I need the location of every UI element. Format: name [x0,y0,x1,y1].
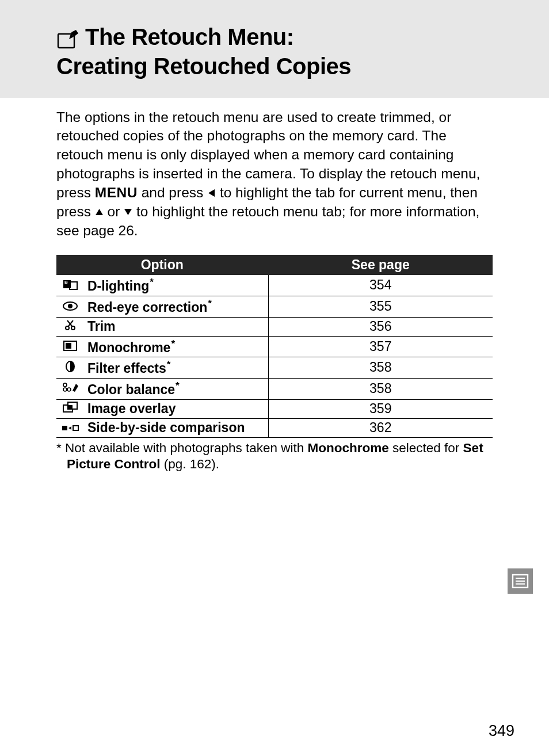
compare-icon [62,420,79,435]
row-label: Color balance [87,382,175,397]
footnote-prefix: * Not available with photographs taken w… [56,441,308,455]
asterisk: * [176,380,180,391]
row-page: 358 [268,357,493,379]
footnote-mid: selected for [389,441,463,455]
svg-point-8 [68,304,73,308]
page: The Retouch Menu: Creating Retouched Cop… [0,0,549,756]
row-label: Filter effects [87,361,166,376]
svg-text:B: B [64,280,68,285]
retouch-icon [56,24,79,52]
monochrome-icon [63,339,77,354]
d-lighting-icon: B [63,278,78,293]
page-number: 349 [489,722,514,740]
svg-marker-24 [68,426,71,430]
asterisk: * [171,338,175,349]
left-arrow-icon [207,184,216,203]
side-tab-badge [508,568,533,594]
svg-point-17 [63,388,67,391]
up-arrow-icon [95,203,104,222]
heading-line2: Creating Retouched Copies [56,54,351,79]
svg-point-16 [63,383,67,387]
red-eye-icon [63,299,78,314]
svg-rect-23 [73,426,78,430]
color-balance-icon [62,381,78,396]
svg-marker-1 [208,189,215,197]
footnote-suffix: (pg. 162). [161,457,220,471]
header-band: The Retouch Menu: Creating Retouched Cop… [0,0,549,98]
table-row: Color balance* 358 [56,379,493,400]
row-page: 362 [268,418,493,437]
svg-marker-2 [96,209,103,215]
trim-icon [64,319,76,334]
th-page: See page [268,255,493,275]
svg-rect-21 [68,405,73,409]
intro-text-4: or [104,204,124,219]
row-label: Trim [87,319,116,334]
table-row: Image overlay 359 [56,399,493,418]
th-option: Option [56,255,268,275]
row-page: 355 [268,296,493,318]
table-row: Monochrome* 357 [56,336,493,357]
svg-marker-3 [124,209,132,215]
intro-paragraph: The options in the retouch menu are used… [56,108,493,240]
footnote-bold-1: Monochrome [308,441,389,455]
row-label: Red-eye correction [87,300,207,315]
body: The options in the retouch menu are used… [0,98,549,474]
row-page: 354 [268,275,493,296]
page-title: The Retouch Menu: Creating Retouched Cop… [56,23,514,81]
row-label: D-lighting [87,278,149,293]
svg-point-18 [67,388,71,391]
row-page: 357 [268,336,493,357]
row-page: 356 [268,317,493,336]
row-label: Image overlay [87,401,176,416]
table-row: Red-eye correction* 355 [56,296,493,318]
row-label: Monochrome [87,339,170,354]
options-table: Option See page B D-lighting* 354 Red-ey… [56,255,493,437]
table-row: Side-by-side comparison 362 [56,418,493,437]
menu-button-text: MENU [95,185,138,200]
asterisk: * [150,276,154,288]
filter-icon [65,360,75,375]
menu-list-icon [512,574,529,589]
down-arrow-icon [124,203,132,222]
asterisk: * [208,297,212,309]
svg-rect-14 [66,343,71,349]
overlay-icon [63,401,78,416]
asterisk: * [167,358,171,370]
svg-rect-22 [62,426,67,430]
heading-line1: The Retouch Menu: [85,24,294,49]
row-label: Side-by-side comparison [87,420,245,435]
table-row: Filter effects* 358 [56,357,493,379]
intro-text-2: and press [138,185,207,200]
footnote: * Not available with photographs taken w… [56,440,493,474]
row-page: 358 [268,379,493,400]
row-page: 359 [268,399,493,418]
table-row: B D-lighting* 354 [56,275,493,296]
table-row: Trim 356 [56,317,493,336]
